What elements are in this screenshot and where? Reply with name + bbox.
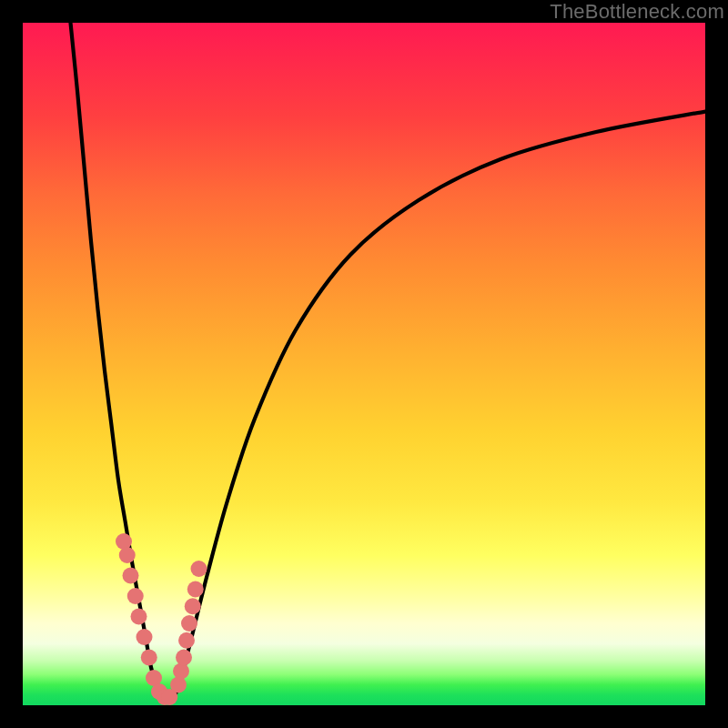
marker-dot [123,568,139,584]
watermark-label: TheBottleneck.com [550,0,724,24]
left-curve [71,23,160,699]
marker-dot [127,588,144,604]
marker-dot [185,598,201,614]
marker-dot [136,629,153,645]
marker-dot [181,615,197,632]
curves-layer [23,23,705,705]
chart-frame: TheBottleneck.com [0,0,728,728]
marker-dot [176,650,192,666]
marker-dot [178,632,195,649]
marker-dot [187,581,204,598]
plot-area [23,23,705,705]
right-curve [173,112,705,699]
marker-dot [170,677,187,693]
marker-dot [141,650,157,666]
marker-dot [191,561,207,577]
marker-dot [173,663,189,680]
marker-dots [116,533,207,705]
marker-dot [119,547,136,563]
marker-dot [116,533,132,550]
marker-dot [131,609,147,625]
